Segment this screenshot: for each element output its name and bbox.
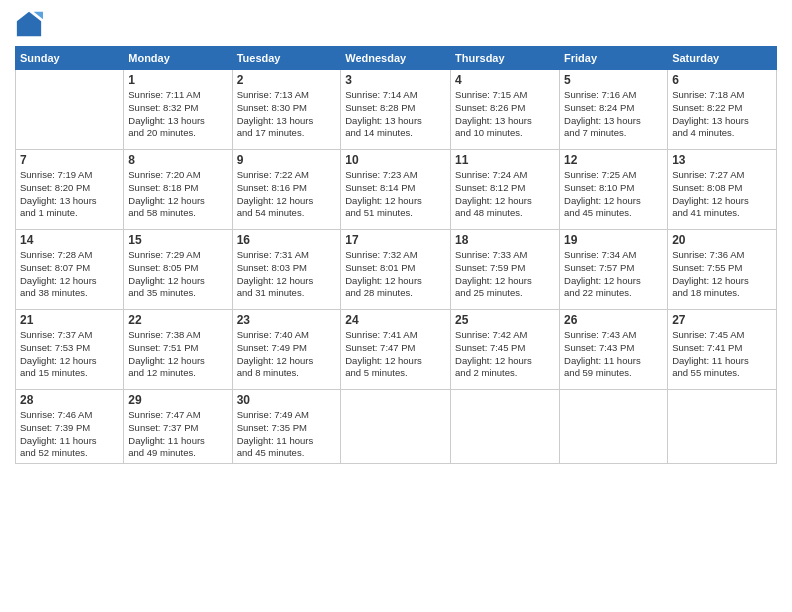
calendar-cell: 14Sunrise: 7:28 AM Sunset: 8:07 PM Dayli… <box>16 230 124 310</box>
day-info: Sunrise: 7:34 AM Sunset: 7:57 PM Dayligh… <box>564 249 663 300</box>
day-info: Sunrise: 7:37 AM Sunset: 7:53 PM Dayligh… <box>20 329 119 380</box>
logo <box>15 10 47 38</box>
day-info: Sunrise: 7:16 AM Sunset: 8:24 PM Dayligh… <box>564 89 663 140</box>
day-number: 25 <box>455 313 555 327</box>
day-number: 30 <box>237 393 337 407</box>
calendar-cell: 11Sunrise: 7:24 AM Sunset: 8:12 PM Dayli… <box>451 150 560 230</box>
day-info: Sunrise: 7:29 AM Sunset: 8:05 PM Dayligh… <box>128 249 227 300</box>
day-info: Sunrise: 7:43 AM Sunset: 7:43 PM Dayligh… <box>564 329 663 380</box>
calendar-cell: 12Sunrise: 7:25 AM Sunset: 8:10 PM Dayli… <box>560 150 668 230</box>
day-info: Sunrise: 7:25 AM Sunset: 8:10 PM Dayligh… <box>564 169 663 220</box>
calendar-cell: 30Sunrise: 7:49 AM Sunset: 7:35 PM Dayli… <box>232 390 341 464</box>
day-info: Sunrise: 7:41 AM Sunset: 7:47 PM Dayligh… <box>345 329 446 380</box>
calendar-cell <box>451 390 560 464</box>
header-row: SundayMondayTuesdayWednesdayThursdayFrid… <box>16 47 777 70</box>
day-info: Sunrise: 7:45 AM Sunset: 7:41 PM Dayligh… <box>672 329 772 380</box>
day-info: Sunrise: 7:14 AM Sunset: 8:28 PM Dayligh… <box>345 89 446 140</box>
day-info: Sunrise: 7:27 AM Sunset: 8:08 PM Dayligh… <box>672 169 772 220</box>
day-info: Sunrise: 7:28 AM Sunset: 8:07 PM Dayligh… <box>20 249 119 300</box>
day-number: 19 <box>564 233 663 247</box>
calendar-cell <box>341 390 451 464</box>
calendar-cell: 1Sunrise: 7:11 AM Sunset: 8:32 PM Daylig… <box>124 70 232 150</box>
calendar-cell <box>560 390 668 464</box>
day-number: 17 <box>345 233 446 247</box>
calendar-cell <box>668 390 777 464</box>
calendar-cell: 17Sunrise: 7:32 AM Sunset: 8:01 PM Dayli… <box>341 230 451 310</box>
week-row-3: 14Sunrise: 7:28 AM Sunset: 8:07 PM Dayli… <box>16 230 777 310</box>
day-info: Sunrise: 7:11 AM Sunset: 8:32 PM Dayligh… <box>128 89 227 140</box>
calendar-cell: 24Sunrise: 7:41 AM Sunset: 7:47 PM Dayli… <box>341 310 451 390</box>
day-number: 24 <box>345 313 446 327</box>
day-number: 1 <box>128 73 227 87</box>
day-info: Sunrise: 7:36 AM Sunset: 7:55 PM Dayligh… <box>672 249 772 300</box>
day-header-sunday: Sunday <box>16 47 124 70</box>
day-info: Sunrise: 7:20 AM Sunset: 8:18 PM Dayligh… <box>128 169 227 220</box>
calendar-cell: 15Sunrise: 7:29 AM Sunset: 8:05 PM Dayli… <box>124 230 232 310</box>
day-info: Sunrise: 7:46 AM Sunset: 7:39 PM Dayligh… <box>20 409 119 460</box>
calendar-cell: 4Sunrise: 7:15 AM Sunset: 8:26 PM Daylig… <box>451 70 560 150</box>
calendar-cell: 16Sunrise: 7:31 AM Sunset: 8:03 PM Dayli… <box>232 230 341 310</box>
day-header-friday: Friday <box>560 47 668 70</box>
calendar-cell: 7Sunrise: 7:19 AM Sunset: 8:20 PM Daylig… <box>16 150 124 230</box>
day-number: 12 <box>564 153 663 167</box>
day-header-monday: Monday <box>124 47 232 70</box>
day-number: 5 <box>564 73 663 87</box>
calendar-cell: 3Sunrise: 7:14 AM Sunset: 8:28 PM Daylig… <box>341 70 451 150</box>
calendar-cell: 28Sunrise: 7:46 AM Sunset: 7:39 PM Dayli… <box>16 390 124 464</box>
day-number: 27 <box>672 313 772 327</box>
calendar-cell: 6Sunrise: 7:18 AM Sunset: 8:22 PM Daylig… <box>668 70 777 150</box>
calendar-cell: 19Sunrise: 7:34 AM Sunset: 7:57 PM Dayli… <box>560 230 668 310</box>
day-info: Sunrise: 7:42 AM Sunset: 7:45 PM Dayligh… <box>455 329 555 380</box>
day-number: 28 <box>20 393 119 407</box>
calendar-cell: 21Sunrise: 7:37 AM Sunset: 7:53 PM Dayli… <box>16 310 124 390</box>
page-header <box>15 10 777 38</box>
day-number: 7 <box>20 153 119 167</box>
day-number: 14 <box>20 233 119 247</box>
day-info: Sunrise: 7:31 AM Sunset: 8:03 PM Dayligh… <box>237 249 337 300</box>
calendar-cell: 29Sunrise: 7:47 AM Sunset: 7:37 PM Dayli… <box>124 390 232 464</box>
day-info: Sunrise: 7:18 AM Sunset: 8:22 PM Dayligh… <box>672 89 772 140</box>
calendar-cell: 27Sunrise: 7:45 AM Sunset: 7:41 PM Dayli… <box>668 310 777 390</box>
day-number: 8 <box>128 153 227 167</box>
day-info: Sunrise: 7:23 AM Sunset: 8:14 PM Dayligh… <box>345 169 446 220</box>
day-number: 2 <box>237 73 337 87</box>
day-header-tuesday: Tuesday <box>232 47 341 70</box>
calendar-cell: 22Sunrise: 7:38 AM Sunset: 7:51 PM Dayli… <box>124 310 232 390</box>
day-number: 23 <box>237 313 337 327</box>
calendar-cell: 10Sunrise: 7:23 AM Sunset: 8:14 PM Dayli… <box>341 150 451 230</box>
week-row-5: 28Sunrise: 7:46 AM Sunset: 7:39 PM Dayli… <box>16 390 777 464</box>
calendar-cell: 18Sunrise: 7:33 AM Sunset: 7:59 PM Dayli… <box>451 230 560 310</box>
week-row-1: 1Sunrise: 7:11 AM Sunset: 8:32 PM Daylig… <box>16 70 777 150</box>
calendar-table: SundayMondayTuesdayWednesdayThursdayFrid… <box>15 46 777 464</box>
day-number: 18 <box>455 233 555 247</box>
week-row-2: 7Sunrise: 7:19 AM Sunset: 8:20 PM Daylig… <box>16 150 777 230</box>
logo-icon <box>15 10 43 38</box>
day-info: Sunrise: 7:49 AM Sunset: 7:35 PM Dayligh… <box>237 409 337 460</box>
day-number: 6 <box>672 73 772 87</box>
svg-marker-0 <box>17 12 41 36</box>
day-number: 20 <box>672 233 772 247</box>
day-info: Sunrise: 7:24 AM Sunset: 8:12 PM Dayligh… <box>455 169 555 220</box>
day-info: Sunrise: 7:38 AM Sunset: 7:51 PM Dayligh… <box>128 329 227 380</box>
day-number: 9 <box>237 153 337 167</box>
day-info: Sunrise: 7:47 AM Sunset: 7:37 PM Dayligh… <box>128 409 227 460</box>
calendar-cell: 8Sunrise: 7:20 AM Sunset: 8:18 PM Daylig… <box>124 150 232 230</box>
calendar-cell: 9Sunrise: 7:22 AM Sunset: 8:16 PM Daylig… <box>232 150 341 230</box>
day-info: Sunrise: 7:40 AM Sunset: 7:49 PM Dayligh… <box>237 329 337 380</box>
day-info: Sunrise: 7:19 AM Sunset: 8:20 PM Dayligh… <box>20 169 119 220</box>
day-number: 26 <box>564 313 663 327</box>
day-info: Sunrise: 7:33 AM Sunset: 7:59 PM Dayligh… <box>455 249 555 300</box>
day-number: 13 <box>672 153 772 167</box>
calendar-cell <box>16 70 124 150</box>
day-number: 10 <box>345 153 446 167</box>
day-number: 21 <box>20 313 119 327</box>
day-info: Sunrise: 7:15 AM Sunset: 8:26 PM Dayligh… <box>455 89 555 140</box>
day-info: Sunrise: 7:32 AM Sunset: 8:01 PM Dayligh… <box>345 249 446 300</box>
day-header-thursday: Thursday <box>451 47 560 70</box>
day-info: Sunrise: 7:13 AM Sunset: 8:30 PM Dayligh… <box>237 89 337 140</box>
day-number: 3 <box>345 73 446 87</box>
calendar-cell: 23Sunrise: 7:40 AM Sunset: 7:49 PM Dayli… <box>232 310 341 390</box>
day-number: 11 <box>455 153 555 167</box>
day-number: 16 <box>237 233 337 247</box>
day-number: 15 <box>128 233 227 247</box>
